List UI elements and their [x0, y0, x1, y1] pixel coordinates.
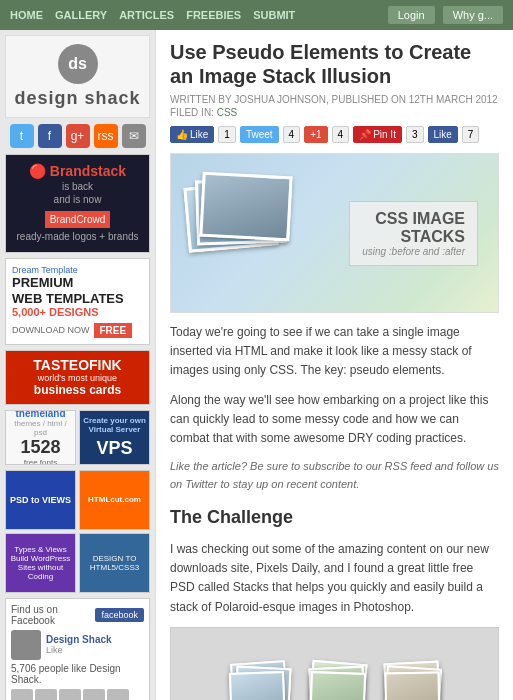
fb-friend-1: [11, 689, 33, 700]
nav-home[interactable]: HOME: [10, 9, 43, 21]
nav-gallery[interactable]: GALLERY: [55, 9, 107, 21]
wb-label: Types & Views Build WordPress Sites with…: [9, 545, 72, 581]
tweet-count: 4: [283, 126, 301, 143]
hero-text-box: CSS IMAGESTACKS using :before and :after: [349, 201, 478, 266]
main-content: Use Pseudo Elements to Create an Image S…: [155, 30, 513, 700]
pin-label: Pin It: [373, 129, 396, 140]
brandstack-logo: 🔴 Brandstack: [14, 163, 141, 179]
polaroid-3: [228, 671, 285, 700]
fb-like-count: 5,706 people like Design Shack.: [11, 663, 144, 685]
nav-articles[interactable]: ARTICLES: [119, 9, 174, 21]
share-bar: 👍 Like 1 Tweet 4 +1 4 📌 Pin It 3 Like 7: [170, 126, 499, 143]
fb-friend-5: [107, 689, 129, 700]
toi-title: TASTEOFINK: [12, 357, 143, 373]
brandstack-line1: is back: [14, 181, 141, 192]
nav-freebies[interactable]: FREEBIES: [186, 9, 241, 21]
pin-count: 3: [406, 126, 424, 143]
article-category[interactable]: CSS: [217, 107, 238, 118]
facebook-icon[interactable]: f: [38, 124, 62, 148]
article-filed: FILED IN: CSS: [170, 107, 499, 118]
ad-design-html5[interactable]: DESIGN TO HTML5/CSS3: [79, 533, 150, 593]
fb-widget-header: Find us on Facebook facebook: [11, 604, 144, 626]
fb-friend-avatars: [11, 689, 144, 700]
social-bar: t f g+ rss ✉: [5, 124, 150, 148]
premium-title: PREMIUMWEB TEMPLATES: [12, 275, 143, 306]
gplus-count: 4: [332, 126, 350, 143]
like-count: 1: [218, 126, 236, 143]
stacked-photo-3: [199, 172, 292, 242]
body-para2: Along the way we'll see how embarking on…: [170, 391, 499, 449]
ad-premium-templates[interactable]: Dream Template PREMIUMWEB TEMPLATES 5,00…: [5, 258, 150, 345]
themeland-name: themeland: [15, 410, 65, 419]
ad-brandstack[interactable]: 🔴 Brandstack is back and is now BrandCro…: [5, 154, 150, 253]
rss-icon[interactable]: rss: [94, 124, 118, 148]
fb-brand-logo: facebook: [95, 608, 144, 622]
fb-page-name: Design Shack: [46, 634, 112, 645]
brandcrowd-label: BrandCrowd: [45, 211, 111, 228]
googleplus-icon[interactable]: g+: [66, 124, 90, 148]
fb-like-label: Like: [434, 129, 452, 140]
login-button[interactable]: Login: [388, 6, 435, 24]
ad-tasteofink[interactable]: TASTEOFINK world's most unique business …: [5, 350, 150, 404]
psd-label: PSD to VIEWS: [10, 495, 71, 505]
hero-image: CSS IMAGESTACKS using :before and :after: [170, 153, 499, 313]
html-label: HTMLcut.com: [88, 495, 141, 504]
fb-friend-4: [83, 689, 105, 700]
email-icon[interactable]: ✉: [122, 124, 146, 148]
gplus-button[interactable]: +1: [304, 126, 327, 143]
site-logo-icon: ds: [58, 44, 98, 84]
nav-right: Login Why g...: [388, 6, 503, 24]
body-italic: Like the article? Be sure to subscribe t…: [170, 458, 499, 493]
fb-like-button[interactable]: Like: [428, 126, 458, 143]
why-button[interactable]: Why g...: [443, 6, 503, 24]
sidebar: ds design shack t f g+ rss ✉ 🔴 Brandstac…: [0, 30, 155, 700]
tweet-button[interactable]: Tweet: [240, 126, 279, 143]
vps-title: Create your own Virtual Server: [83, 416, 146, 434]
pin-icon: 📌: [359, 129, 371, 140]
fb-friend-2: [35, 689, 57, 700]
css-stacks-sub: using :before and :after: [362, 246, 465, 257]
challenge-para1: I was checking out some of the amazing c…: [170, 540, 499, 617]
logo-area: ds design shack: [5, 35, 150, 118]
like-label: Like: [190, 129, 208, 140]
css-stacks-title: CSS IMAGESTACKS: [362, 210, 465, 246]
gplus-label: +1: [310, 129, 321, 140]
toi-main: business cards: [12, 383, 143, 397]
polaroid-6: [308, 671, 365, 700]
polaroid-stack-1: [230, 662, 290, 700]
polaroid-stack-3: [385, 662, 440, 700]
facebook-widget: Find us on Facebook facebook Design Shac…: [5, 598, 150, 700]
premium-label: Dream Template: [12, 265, 143, 275]
article-meta: WRITTEN BY JOSHUA JOHNSON, PUBLISHED ON …: [170, 94, 499, 105]
fb-page-avatar: [11, 630, 41, 660]
nav-submit[interactable]: SUBMIT: [253, 9, 295, 21]
article-title: Use Pseudo Elements to Create an Image S…: [170, 40, 499, 88]
pin-button[interactable]: 📌 Pin It: [353, 126, 402, 143]
ds-label: DESIGN TO HTML5/CSS3: [83, 554, 146, 572]
ad-wordpress-build[interactable]: Types & Views Build WordPress Sites with…: [5, 533, 76, 593]
fb-like-label: Like: [46, 645, 112, 655]
fb-friend-3: [59, 689, 81, 700]
polaroid-stack-2: [310, 662, 365, 700]
fb-page-details: Design Shack Like: [46, 634, 112, 655]
polaroid-stacks-image: [170, 627, 499, 700]
article-body: Today we're going to see if we can take …: [170, 323, 499, 700]
top-navigation: HOME GALLERY ARTICLES FREEBIES SUBMIT Lo…: [0, 0, 513, 30]
toi-sub: world's most unique: [12, 373, 143, 383]
ad-themeland[interactable]: themeland themes / html / psd 1528 free …: [5, 410, 76, 465]
twitter-icon[interactable]: t: [10, 124, 34, 148]
fb-count: 7: [462, 126, 480, 143]
themeland-sub: themes / html / psd: [9, 419, 72, 437]
polaroid-9: [384, 671, 440, 700]
like-button[interactable]: 👍 Like: [170, 126, 214, 143]
ad-vps[interactable]: Create your own Virtual Server VPS: [79, 410, 150, 465]
ad-htmlcut[interactable]: HTMLcut.com: [79, 470, 150, 530]
fb-find-label: Find us on Facebook: [11, 604, 95, 626]
small-ad-grid: themeland themes / html / psd 1528 free …: [5, 410, 150, 465]
ad-psd-views[interactable]: PSD to VIEWS: [5, 470, 76, 530]
body-para1: Today we're going to see if we can take …: [170, 323, 499, 381]
brandcrowd-sub: ready-made logos + brands: [14, 231, 141, 242]
premium-free: FREE: [94, 323, 133, 338]
like-icon: 👍: [176, 129, 188, 140]
fb-page-info: Design Shack Like: [11, 630, 144, 660]
